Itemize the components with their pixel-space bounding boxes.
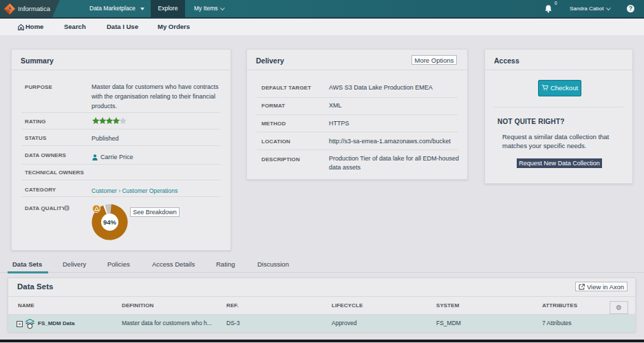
svg-text:94%: 94% <box>103 218 117 226</box>
